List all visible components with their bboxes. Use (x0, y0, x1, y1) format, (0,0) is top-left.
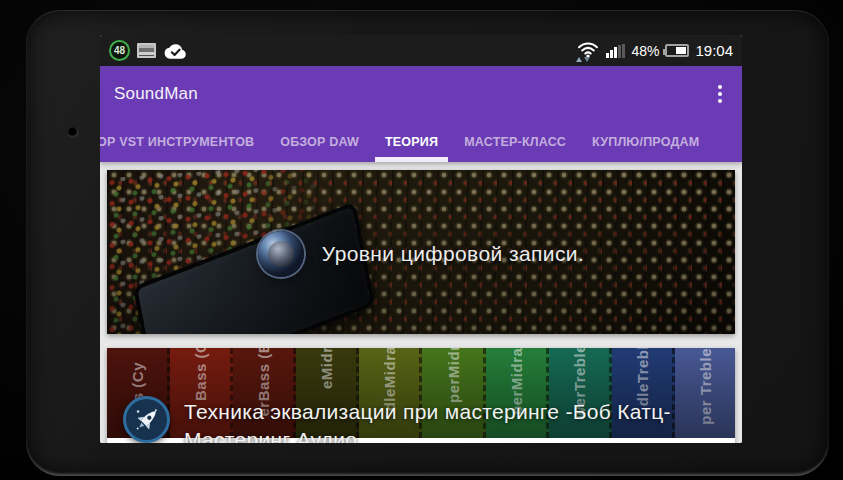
speaker-cone (268, 241, 294, 267)
article-title-line2: Мастеринг Аудио (184, 426, 671, 443)
status-bar-left: 48 (109, 40, 187, 61)
device-screen: 48 (100, 35, 742, 443)
article-card-digital-levels[interactable]: Уровни цифровой записи. (107, 170, 735, 334)
wifi-traffic-arrows-icon (576, 57, 590, 62)
tab-2[interactable]: ТЕОРИЯ (385, 122, 438, 162)
clock-text: 19:04 (695, 42, 733, 59)
tab-4[interactable]: КУПЛЮ/ПРОДАМ (592, 122, 699, 162)
article-list[interactable]: Уровни цифровой записи. ss (CyBass (Cper… (100, 162, 742, 443)
status-bar-right: 48% 19:04 (576, 41, 733, 61)
screenshot-icon (137, 43, 156, 58)
battery-icon (665, 44, 689, 57)
article-title: Техника эквализации при мастеринге -Боб … (184, 396, 671, 443)
overflow-menu-icon[interactable] (712, 77, 728, 111)
speaker-icon (258, 231, 304, 277)
status-bar: 48 (100, 35, 742, 66)
tab-0[interactable]: ОР VST ИНСТРУМЕНТОВ (100, 122, 254, 162)
article-card-eq-mastering[interactable]: ss (CyBass (CperBass (BeMidrandleMidranp… (107, 348, 735, 443)
signal-bars-icon (606, 44, 625, 58)
app-header: SoundMan ОР VST ИНСТРУМЕНТОВОБЗОР DAWТЕО… (100, 66, 742, 162)
tab-3[interactable]: МАСТЕР-КЛАСС (464, 122, 566, 162)
battery-percent-text: 48% (631, 43, 659, 59)
tab-bar: ОР VST ИНСТРУМЕНТОВОБЗОР DAWТЕОРИЯМАСТЕР… (100, 122, 742, 162)
article-title: Уровни цифровой записи. (322, 242, 584, 266)
tablet-device-frame: 48 (26, 10, 829, 476)
wifi-icon (576, 41, 600, 61)
cloud-done-icon (163, 42, 187, 60)
tab-1[interactable]: ОБЗОР DAW (280, 122, 359, 162)
app-bar: SoundMan (100, 66, 742, 122)
rocket-icon (123, 396, 170, 443)
page-title: SoundMan (114, 84, 198, 104)
article-title-line1: Техника эквализации при мастеринге -Боб … (184, 398, 671, 426)
front-camera-icon (68, 127, 79, 138)
percent-badge-icon: 48 (109, 40, 130, 61)
photo-background: 48 (0, 0, 843, 480)
